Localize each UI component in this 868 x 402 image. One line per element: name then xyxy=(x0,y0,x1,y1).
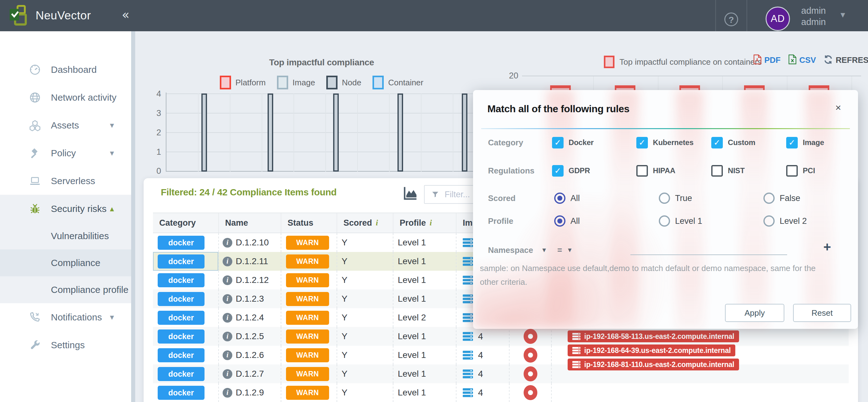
help-icon[interactable]: ? xyxy=(724,12,738,26)
namespace-filter-row: Namespace ▼ = ▼ + xyxy=(473,242,858,258)
scored-info-icon[interactable]: i xyxy=(376,218,378,228)
namespace-select[interactable]: Namespace xyxy=(488,242,533,258)
info-icon[interactable]: i xyxy=(223,369,232,379)
sidebar-item-notifications[interactable]: Notifications▼ xyxy=(0,303,131,331)
app-header: NeuVector « ? AD admin admin ▼ xyxy=(0,0,868,31)
sidebar-item-assets[interactable]: Assets▼ xyxy=(0,111,131,139)
export-pdf-button[interactable]: PDF xyxy=(753,54,781,66)
reset-button[interactable]: Reset xyxy=(793,304,851,322)
info-icon[interactable]: i xyxy=(223,350,232,360)
header-divider xyxy=(715,0,716,31)
profile-cell: Level 1 xyxy=(393,365,456,383)
checkbox-docker[interactable]: ✓Docker xyxy=(552,135,594,151)
info-icon[interactable]: i xyxy=(223,313,232,323)
operator-select[interactable]: = xyxy=(557,242,562,258)
info-icon[interactable]: i xyxy=(223,276,232,285)
chart-view-toggle-button[interactable] xyxy=(402,186,418,201)
impacted-node-badge[interactable]: ip-192-168-81-110.us-east-2.compute.inte… xyxy=(568,358,739,370)
checkbox-label: Custom xyxy=(728,138,755,147)
info-icon[interactable]: i xyxy=(223,238,232,248)
radio-true[interactable]: True xyxy=(659,190,692,206)
sidebar-item-network-activity[interactable]: Network activity xyxy=(0,83,131,111)
info-icon[interactable]: i xyxy=(223,257,232,266)
legend-item-platform: Platform xyxy=(220,76,266,89)
add-criterion-button[interactable]: + xyxy=(823,239,831,255)
right-legend-swatch xyxy=(604,56,615,68)
refresh-icon xyxy=(823,55,833,66)
refresh-button[interactable]: REFRESH xyxy=(823,55,868,66)
checkbox-kubernetes[interactable]: ✓Kubernetes xyxy=(636,135,693,151)
profile-row-label: Profile xyxy=(488,213,513,229)
apply-button[interactable]: Apply xyxy=(725,304,784,322)
close-icon[interactable]: × xyxy=(835,103,841,113)
sidebar-scrollbar[interactable] xyxy=(131,31,135,402)
checkbox-label: Kubernetes xyxy=(653,138,693,147)
checkbox-nist[interactable]: NIST xyxy=(711,163,745,179)
profile-info-icon[interactable]: i xyxy=(430,218,432,228)
radio-level-1[interactable]: Level 1 xyxy=(659,213,702,229)
column-header-profile[interactable]: Profilei xyxy=(393,213,456,233)
info-icon[interactable]: i xyxy=(223,388,232,398)
status-cell: WARN xyxy=(281,233,337,252)
sidebar-item-compliance[interactable]: Compliance xyxy=(0,250,131,276)
chevron-down-icon[interactable]: ▼ xyxy=(568,242,572,258)
impacted-node-badge[interactable]: ip-192-168-58-113.us-east-2.compute.inte… xyxy=(568,331,739,342)
column-header-category[interactable]: Category xyxy=(153,213,218,233)
chevron-down-icon[interactable]: ▼ xyxy=(542,242,546,258)
table-row-D.1.2.5[interactable]: dockeriD.1.2.5WARNYLevel 14 xyxy=(153,327,849,346)
user-menu[interactable]: admin admin xyxy=(801,5,826,28)
radio-all[interactable]: All xyxy=(554,213,580,229)
info-icon[interactable]: i xyxy=(223,332,232,341)
table-row-D.1.2.7[interactable]: dockeriD.1.2.7WARNYLevel 14 xyxy=(153,365,849,383)
profile-value: Level 1 xyxy=(398,369,426,379)
scored-cell: Y xyxy=(337,308,393,327)
legend-swatch xyxy=(326,76,338,89)
column-header-status[interactable]: Status xyxy=(281,213,337,233)
name-cell: iD.1.2.7 xyxy=(218,365,281,383)
checkbox-pci[interactable]: PCI xyxy=(786,163,815,179)
category-badge: docker xyxy=(158,236,205,250)
info-icon[interactable]: i xyxy=(223,294,232,304)
table-row-D.1.2.9[interactable]: dockeriD.1.2.9WARNYLevel 14 xyxy=(153,383,849,402)
avatar[interactable]: AD xyxy=(766,6,790,31)
column-header-scored[interactable]: Scoredi xyxy=(337,213,393,233)
radio-label: True xyxy=(675,194,692,203)
status-badge: WARN xyxy=(286,273,329,287)
sidebar-item-compliance-profile[interactable]: Compliance profile xyxy=(0,276,131,303)
namespace-value-input[interactable] xyxy=(630,255,787,255)
checkbox-custom[interactable]: ✓Custom xyxy=(711,135,755,151)
checkbox-hipaa[interactable]: HIPAA xyxy=(636,163,675,179)
export-toolbar: PDF CSV REFRESH xyxy=(753,54,868,66)
sidebar-item-serverless[interactable]: Serverless xyxy=(0,167,131,195)
right-chart-gridline xyxy=(522,76,861,76)
radio-level-2[interactable]: Level 2 xyxy=(764,213,807,229)
sidebar-item-policy[interactable]: Policy▼ xyxy=(0,139,131,167)
checkbox-box xyxy=(636,165,648,177)
checkbox-image[interactable]: ✓Image xyxy=(786,135,824,151)
chevron-down-icon[interactable]: ▼ xyxy=(840,11,845,18)
status-cell: WARN xyxy=(281,383,337,402)
status-badge: WARN xyxy=(286,386,329,400)
sidebar-item-settings[interactable]: Settings xyxy=(0,331,131,359)
checkbox-gdpr[interactable]: ✓GDPR xyxy=(552,163,590,179)
left-ytick-4: 4 xyxy=(144,89,161,99)
checkbox-box: ✓ xyxy=(786,137,798,148)
sidebar-item-dashboard[interactable]: Dashboard xyxy=(0,56,131,83)
checkbox-box xyxy=(786,165,798,177)
radio-all[interactable]: All xyxy=(554,190,580,206)
column-header-name[interactable]: Name xyxy=(218,213,281,233)
profile-cell: Level 1 xyxy=(393,327,456,346)
impact-cell: 4 xyxy=(456,327,509,346)
sidebar-item-label: Security risks xyxy=(51,203,106,214)
radio-false[interactable]: False xyxy=(764,190,800,206)
table-row-D.1.2.6[interactable]: dockeriD.1.2.6WARNYLevel 14 xyxy=(153,346,849,365)
sidebar-item-security-risks[interactable]: Security risks▲ xyxy=(0,195,131,223)
scored-cell: Y xyxy=(337,271,393,289)
impacted-node-badge[interactable]: ip-192-168-64-39.us-east-2.compute.inter… xyxy=(568,344,735,356)
checkbox-label: GDPR xyxy=(568,166,590,175)
nodes-icon xyxy=(463,332,473,341)
sidebar-item-vulnerabilities[interactable]: Vulnerabilities xyxy=(0,223,131,250)
export-csv-button[interactable]: CSV xyxy=(788,54,816,66)
wrench-icon xyxy=(29,339,41,351)
sidebar-collapse-button[interactable]: « xyxy=(122,0,129,31)
